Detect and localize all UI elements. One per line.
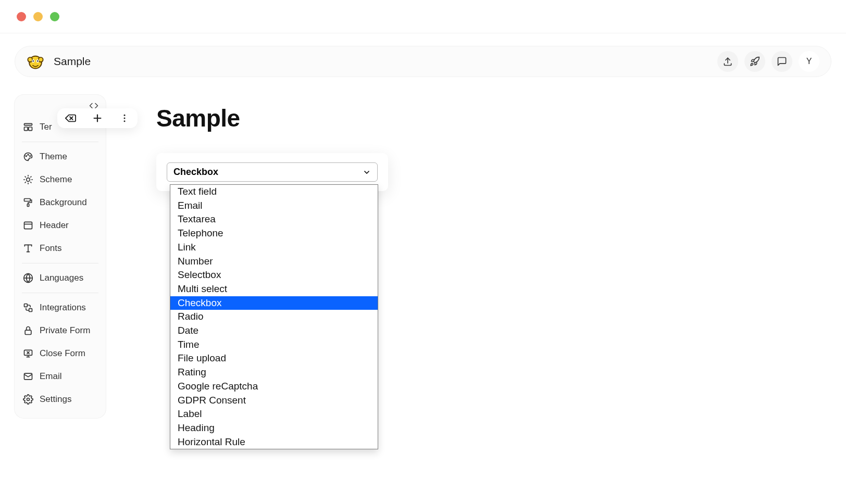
- sidebar-item-label: Fonts: [40, 243, 62, 254]
- form-title[interactable]: Sample: [54, 55, 91, 68]
- comment-icon: [777, 56, 787, 67]
- svg-point-13: [30, 156, 31, 157]
- window-titlebar: [0, 0, 846, 33]
- window-max-dot[interactable]: [50, 12, 59, 21]
- dropdown-option[interactable]: GDPR Consent: [170, 394, 378, 408]
- svg-rect-23: [24, 199, 31, 201]
- chevron-down-icon: [363, 168, 371, 177]
- rocket-icon: [750, 56, 760, 67]
- svg-point-12: [28, 154, 29, 155]
- sidebar-item-label: Header: [40, 220, 69, 231]
- gear-icon: [23, 394, 33, 405]
- svg-rect-33: [25, 330, 31, 334]
- dropdown-option[interactable]: Label: [170, 407, 378, 421]
- dropdown-option[interactable]: Selectbox: [170, 268, 378, 282]
- app-logo-icon: [27, 53, 44, 70]
- sidebar-item-label: Close Form: [40, 348, 85, 359]
- page-tab-controls: [57, 108, 138, 128]
- dropdown-option[interactable]: Textarea: [170, 212, 378, 226]
- integrations-icon: [23, 303, 33, 313]
- field-type-dropdown: Text fieldEmailTextareaTelephoneLinkNumb…: [170, 184, 378, 449]
- type-icon: [23, 243, 33, 254]
- svg-point-14: [27, 178, 30, 182]
- more-vert-icon: [119, 113, 130, 123]
- sidebar-item-label: Private Form: [40, 325, 90, 336]
- sidebar-item-scheme[interactable]: Scheme: [15, 168, 106, 191]
- svg-point-11: [26, 156, 27, 157]
- window-min-dot[interactable]: [33, 12, 43, 21]
- mail-icon: [23, 371, 33, 382]
- dropdown-option[interactable]: Radio: [170, 310, 378, 324]
- dropdown-option[interactable]: Telephone: [170, 226, 378, 241]
- svg-rect-8: [24, 123, 32, 125]
- sidebar-item-background[interactable]: Background: [15, 191, 106, 214]
- svg-point-1: [28, 57, 32, 62]
- comments-button[interactable]: [772, 51, 792, 72]
- sidebar-item-label: Settings: [40, 394, 71, 405]
- dropdown-option[interactable]: Google reCaptcha: [170, 380, 378, 394]
- design-sidebar: Ter Theme Scheme Background Header Fonts…: [15, 95, 106, 418]
- svg-line-21: [25, 182, 26, 183]
- dropdown-option[interactable]: Horizontal Rule: [170, 435, 378, 449]
- sidebar-item-languages[interactable]: Languages: [15, 267, 106, 289]
- window-close-dot[interactable]: [17, 12, 26, 21]
- lock-icon: [23, 325, 33, 336]
- sidebar-item-label: Background: [40, 197, 87, 208]
- plus-icon: [92, 112, 103, 124]
- sidebar-item-integrations[interactable]: Integrations: [15, 296, 106, 319]
- sidebar-item-theme[interactable]: Theme: [15, 145, 106, 168]
- sidebar-item-settings[interactable]: Settings: [15, 388, 106, 411]
- dropdown-option[interactable]: Time: [170, 338, 378, 352]
- svg-rect-24: [27, 204, 29, 207]
- svg-rect-32: [29, 309, 32, 312]
- svg-line-17: [25, 177, 26, 177]
- svg-rect-10: [29, 127, 32, 131]
- paint-roller-icon: [23, 197, 33, 208]
- sidebar-item-label: Theme: [40, 152, 67, 162]
- add-page-button[interactable]: [92, 112, 103, 124]
- sidebar-item-label: Integrations: [40, 303, 86, 313]
- form-canvas: Sample Checkbox: [156, 104, 388, 191]
- globe-icon: [23, 273, 33, 283]
- svg-rect-25: [24, 222, 32, 229]
- sun-icon: [23, 174, 33, 185]
- dropdown-option[interactable]: File upload: [170, 351, 378, 366]
- svg-point-6: [37, 60, 38, 61]
- delete-page-button[interactable]: [65, 112, 76, 124]
- share-button[interactable]: [717, 51, 738, 72]
- sidebar-item-label: Scheme: [40, 174, 72, 185]
- sidebar-item-email[interactable]: Email: [15, 365, 106, 388]
- svg-line-22: [31, 177, 31, 177]
- svg-point-47: [124, 120, 126, 122]
- dropdown-option[interactable]: Number: [170, 255, 378, 269]
- dropdown-option[interactable]: Rating: [170, 366, 378, 380]
- sidebar-item-private-form[interactable]: Private Form: [15, 319, 106, 342]
- palette-icon: [23, 152, 33, 162]
- monitor-x-icon: [23, 348, 33, 359]
- dropdown-option[interactable]: Email: [170, 199, 378, 213]
- user-avatar[interactable]: Y: [799, 51, 819, 72]
- page-more-button[interactable]: [119, 112, 130, 124]
- field-type-select[interactable]: Checkbox: [167, 162, 378, 182]
- sidebar-item-header[interactable]: Header: [15, 214, 106, 237]
- header-icon: [23, 220, 33, 231]
- sidebar-item-fonts[interactable]: Fonts: [15, 237, 106, 260]
- field-type-selected: Checkbox: [173, 167, 218, 178]
- publish-button[interactable]: [744, 51, 765, 72]
- svg-point-40: [27, 398, 30, 401]
- svg-rect-9: [24, 127, 28, 131]
- upload-icon: [723, 56, 733, 67]
- page-title: Sample: [156, 104, 388, 132]
- backspace-icon: [65, 112, 76, 124]
- svg-point-5: [33, 60, 34, 61]
- dropdown-option[interactable]: Date: [170, 324, 378, 338]
- svg-point-46: [124, 118, 126, 119]
- sidebar-item-close-form[interactable]: Close Form: [15, 342, 106, 365]
- dropdown-option[interactable]: Multi select: [170, 282, 378, 296]
- dropdown-option[interactable]: Checkbox: [170, 296, 378, 310]
- dropdown-option[interactable]: Heading: [170, 421, 378, 435]
- sidebar-item-label: Languages: [40, 273, 83, 283]
- dropdown-option[interactable]: Link: [170, 241, 378, 255]
- dropdown-option[interactable]: Text field: [170, 185, 378, 199]
- sidebar-item-label: Email: [40, 371, 62, 382]
